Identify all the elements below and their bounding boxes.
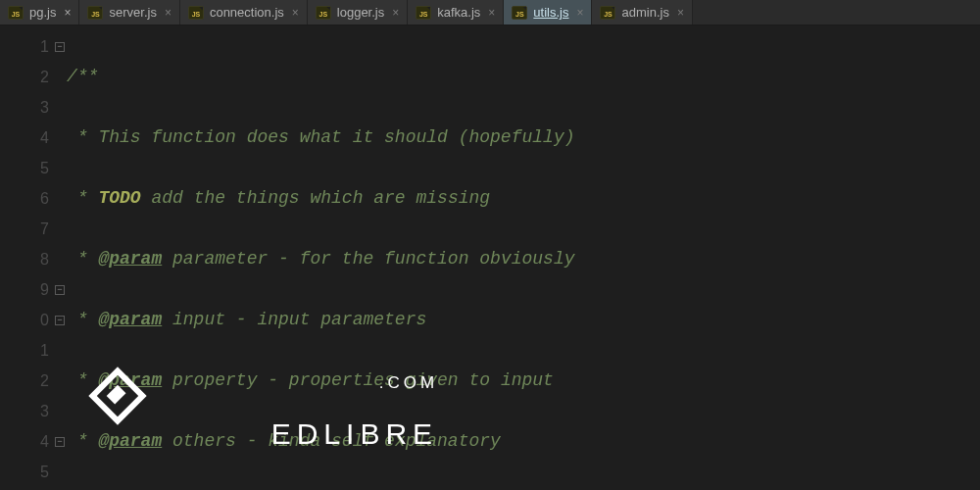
- js-file-icon: JS: [512, 6, 527, 20]
- close-icon[interactable]: ×: [677, 6, 684, 20]
- code-text: property - properties given to input: [162, 370, 554, 390]
- line-number: 2: [40, 69, 49, 86]
- code-text: parameter - for the function obviously: [162, 249, 574, 269]
- fold-icon[interactable]: −: [55, 42, 65, 52]
- tab-label: server.js: [109, 5, 156, 20]
- tab-connection[interactable]: JS connection.js ×: [180, 0, 308, 24]
- close-icon[interactable]: ×: [488, 6, 495, 20]
- line-number: 4: [40, 433, 49, 451]
- code-text: /**: [67, 67, 98, 86]
- line-number: 6: [40, 190, 49, 208]
- tab-logger[interactable]: JS logger.js ×: [308, 0, 408, 24]
- tab-label: logger.js: [337, 5, 384, 20]
- code-jsdoc-tag: @param: [98, 431, 162, 451]
- close-icon[interactable]: ×: [292, 6, 299, 20]
- line-number: 3: [40, 403, 49, 420]
- code-text: add the things which are missing: [141, 188, 490, 208]
- js-file-icon: JS: [8, 6, 24, 20]
- line-number: 3: [40, 99, 49, 117]
- tab-bar: JS pg.js × JS server.js × JS connection.…: [0, 0, 980, 25]
- line-number: 1: [40, 38, 49, 56]
- fold-icon[interactable]: −: [55, 285, 65, 295]
- code-area[interactable]: /** * This function does what it should …: [67, 25, 980, 490]
- code-text: *: [67, 310, 98, 329]
- tab-server[interactable]: JS server.js ×: [79, 0, 179, 24]
- code-text: *: [67, 249, 98, 269]
- line-number: 5: [40, 160, 49, 177]
- gutter: 1− 2 3 4 5 6 7 8 9− 0− 1 2 3 4− 5: [0, 25, 67, 490]
- code-jsdoc-tag: @param: [98, 310, 162, 329]
- tab-label: kafka.js: [437, 5, 480, 20]
- line-number: 2: [40, 372, 49, 390]
- line-number: 0: [40, 312, 49, 329]
- tab-utils[interactable]: JS utils.js ×: [504, 0, 592, 24]
- code-text: *: [67, 370, 98, 390]
- code-text: This function does what it should (hopef…: [98, 127, 574, 147]
- tab-label: connection.js: [210, 5, 284, 20]
- code-text: input - input parameters: [162, 310, 426, 329]
- code-text: *: [67, 431, 98, 451]
- code-jsdoc-tag: @param: [98, 249, 162, 269]
- js-file-icon: JS: [416, 6, 431, 20]
- tab-label: pg.js: [29, 5, 56, 20]
- tab-label: utils.js: [533, 5, 568, 20]
- fold-icon[interactable]: −: [55, 316, 65, 325]
- editor: 1− 2 3 4 5 6 7 8 9− 0− 1 2 3 4− 5 /** * …: [0, 25, 980, 490]
- fold-icon[interactable]: −: [55, 437, 65, 447]
- close-icon[interactable]: ×: [165, 6, 172, 20]
- code-text: *: [67, 188, 98, 208]
- code-todo: TODO: [98, 188, 140, 208]
- tab-pg[interactable]: JS pg.js ×: [0, 0, 79, 24]
- line-number: 5: [40, 464, 49, 481]
- code-text: *: [67, 127, 98, 147]
- tab-label: admin.js: [621, 5, 668, 20]
- tab-kafka[interactable]: JS kafka.js ×: [408, 0, 504, 24]
- js-file-icon: JS: [600, 6, 615, 20]
- line-number: 4: [40, 129, 49, 147]
- line-number: 9: [40, 281, 49, 299]
- close-icon[interactable]: ×: [392, 6, 399, 20]
- code-jsdoc-tag: @param: [98, 370, 162, 390]
- line-number: 8: [40, 251, 49, 269]
- line-number: 7: [40, 220, 49, 238]
- tab-admin[interactable]: JS admin.js ×: [592, 0, 692, 24]
- code-text: others - kinda self explanatory: [162, 431, 501, 451]
- js-file-icon: JS: [188, 6, 204, 20]
- js-file-icon: JS: [87, 6, 103, 20]
- line-number: 1: [40, 342, 49, 360]
- js-file-icon: JS: [316, 6, 331, 20]
- close-icon[interactable]: ×: [64, 6, 71, 20]
- close-icon[interactable]: ×: [576, 6, 583, 20]
